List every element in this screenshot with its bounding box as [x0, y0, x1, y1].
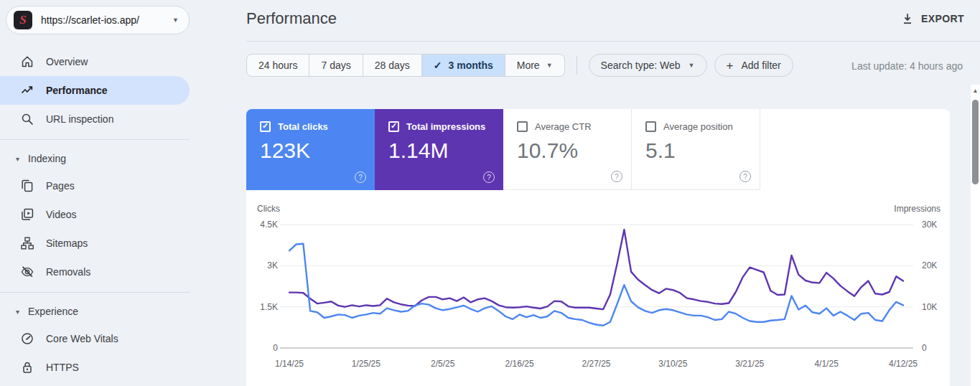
metric-cards: Total clicks 123K ? Total impressions 1.…	[246, 109, 950, 190]
filter-separator	[577, 56, 577, 75]
svg-text:4/12/25: 4/12/25	[889, 359, 918, 369]
svg-text:2/5/25: 2/5/25	[431, 359, 455, 369]
svg-text:10K: 10K	[922, 302, 937, 312]
sidebar-item-url-inspection[interactable]: URL inspection	[0, 105, 190, 133]
date-range-more[interactable]: More ▼	[505, 55, 564, 76]
date-range-28-days[interactable]: 28 days	[363, 55, 422, 76]
help-icon[interactable]: ?	[483, 171, 495, 183]
performance-card: Total clicks 123K ? Total impressions 1.…	[246, 109, 950, 386]
add-filter-button[interactable]: + Add filter	[714, 54, 793, 77]
filter-bar: 24 hours 7 days 28 days ✓ 3 months More …	[246, 54, 793, 77]
speedometer-icon	[20, 331, 34, 346]
checkbox-checked-icon[interactable]	[260, 121, 271, 132]
svg-text:1/14/25: 1/14/25	[275, 359, 304, 369]
performance-chart[interactable]: 010K20K30K01.5K3K4.5KClicksImpressions1/…	[246, 190, 950, 386]
svg-text:4/1/25: 4/1/25	[814, 359, 839, 369]
property-logo: S	[14, 11, 32, 29]
export-button[interactable]: EXPORT	[901, 12, 964, 25]
metric-value: 1.14M	[388, 138, 503, 163]
collapse-arrow-icon: ▾	[16, 308, 19, 316]
search-icon	[20, 112, 34, 126]
svg-text:0: 0	[273, 343, 278, 353]
last-update-text: Last update: 4 hours ago	[851, 60, 963, 72]
home-icon	[20, 55, 34, 69]
property-url: https://scarlet-ios.app/	[41, 14, 164, 26]
svg-text:Clicks: Clicks	[257, 204, 280, 214]
metric-average-ctr[interactable]: Average CTR 10.7% ?	[503, 109, 632, 190]
sidebar-section-experience[interactable]: ▾ Experience	[0, 298, 190, 324]
svg-text:3/10/25: 3/10/25	[658, 359, 687, 369]
sidebar-item-overview[interactable]: Overview	[0, 47, 190, 76]
plus-icon: +	[727, 60, 734, 72]
export-label: EXPORT	[921, 13, 964, 24]
svg-text:3/21/25: 3/21/25	[735, 359, 764, 369]
sidebar-nav: Overview Performance URL inspection ▾ In…	[0, 47, 190, 382]
range-label: 3 months	[449, 60, 493, 71]
lock-icon	[20, 360, 34, 375]
sidebar: S https://scarlet-ios.app/ ▼ Overview Pe…	[0, 0, 215, 386]
search-type-label: Search type: Web	[601, 60, 681, 71]
metric-label: Average position	[663, 121, 733, 132]
property-dropdown-icon: ▼	[172, 17, 179, 24]
sidebar-item-https[interactable]: HTTPS	[0, 353, 190, 382]
metric-total-impressions[interactable]: Total impressions 1.14M ?	[375, 109, 503, 190]
sidebar-item-core-web-vitals[interactable]: Core Web Vitals	[0, 324, 190, 353]
vertical-scrollbar[interactable]: ▲	[971, 85, 980, 386]
sidebar-item-removals[interactable]: Removals	[0, 258, 190, 286]
pages-icon	[20, 179, 34, 193]
svg-text:3K: 3K	[267, 260, 278, 270]
date-range-group: 24 hours 7 days 28 days ✓ 3 months More …	[246, 54, 565, 77]
sidebar-item-label: Videos	[46, 209, 77, 220]
sidebar-item-label: Removals	[46, 266, 90, 278]
search-type-filter[interactable]: Search type: Web ▼	[589, 54, 707, 77]
property-selector[interactable]: S https://scarlet-ios.app/ ▼	[6, 6, 190, 34]
scrollbar-thumb[interactable]	[972, 100, 979, 184]
help-icon[interactable]: ?	[355, 171, 366, 183]
search-console-app: S https://scarlet-ios.app/ ▼ Overview Pe…	[0, 0, 980, 386]
metric-value: 10.7%	[517, 138, 631, 163]
sidebar-item-performance[interactable]: Performance	[0, 76, 190, 105]
date-range-7-days[interactable]: 7 days	[309, 55, 363, 76]
chevron-down-icon: ▼	[689, 62, 695, 69]
sidebar-item-label: Core Web Vitals	[46, 333, 118, 344]
metric-total-clicks[interactable]: Total clicks 123K ?	[246, 109, 375, 190]
more-label: More	[517, 60, 540, 71]
metric-value: 5.1	[645, 138, 760, 163]
sitemap-tree-icon	[20, 236, 34, 250]
metric-label: Total impressions	[406, 121, 485, 132]
checkbox-unchecked-icon[interactable]	[645, 121, 656, 132]
video-library-icon	[20, 207, 34, 222]
metric-value: 123K	[260, 138, 375, 163]
sidebar-item-label: Overview	[46, 56, 88, 67]
sidebar-item-label: Sitemaps	[46, 237, 88, 249]
scrollbar-up-arrow-icon[interactable]: ▲	[971, 85, 980, 94]
svg-text:1/25/25: 1/25/25	[352, 359, 381, 369]
add-filter-label: Add filter	[741, 60, 780, 71]
check-icon: ✓	[434, 60, 442, 71]
range-label: 28 days	[375, 60, 410, 71]
metric-label: Total clicks	[278, 121, 328, 132]
svg-text:2/27/25: 2/27/25	[582, 359, 610, 369]
section-label: Indexing	[28, 153, 66, 164]
help-icon[interactable]: ?	[739, 171, 751, 182]
section-label: Experience	[28, 306, 78, 317]
date-range-3-months[interactable]: ✓ 3 months	[422, 55, 505, 76]
help-icon[interactable]: ?	[611, 171, 622, 182]
metric-label: Average CTR	[535, 121, 592, 132]
sidebar-section-indexing[interactable]: ▾ Indexing	[0, 146, 190, 171]
sidebar-item-label: URL inspection	[46, 113, 113, 125]
sidebar-item-pages[interactable]: Pages	[0, 171, 190, 200]
metric-average-position[interactable]: Average position 5.1 ?	[632, 109, 760, 190]
svg-text:Impressions: Impressions	[894, 204, 941, 214]
sidebar-item-videos[interactable]: Videos	[0, 200, 190, 229]
chart-area: 010K20K30K01.5K3K4.5KClicksImpressions1/…	[246, 190, 950, 386]
trending-up-icon	[20, 83, 34, 98]
sidebar-item-label: Performance	[46, 85, 108, 96]
sidebar-item-sitemaps[interactable]: Sitemaps	[0, 229, 190, 258]
date-range-24-hours[interactable]: 24 hours	[247, 55, 309, 76]
checkbox-checked-icon[interactable]	[388, 121, 399, 132]
checkbox-unchecked-icon[interactable]	[517, 121, 528, 132]
svg-text:0: 0	[922, 343, 927, 353]
sidebar-item-label: Pages	[46, 180, 75, 192]
svg-text:20K: 20K	[922, 260, 937, 270]
